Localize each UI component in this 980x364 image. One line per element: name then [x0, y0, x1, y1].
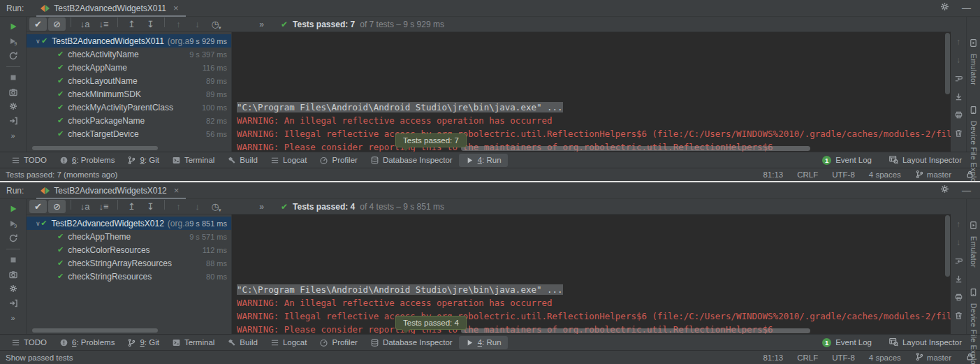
line-ending-widget[interactable]: CRLF — [797, 354, 818, 362]
toolbar-more-icon[interactable]: » — [253, 200, 270, 213]
test-settings-icon[interactable] — [6, 100, 21, 113]
rerun-failed-tests-icon[interactable]: 9 — [6, 35, 21, 48]
expand-all-icon[interactable]: ↥ — [123, 200, 140, 213]
encoding-widget[interactable]: UTF-8 — [832, 354, 855, 362]
toolbar-separator[interactable] — [71, 17, 71, 27]
run-config-tab[interactable]: TestB2AdvancedWidgetsX012 × — [36, 182, 186, 199]
rerun-tests-icon[interactable] — [6, 20, 21, 34]
console-vertical-scrollbar[interactable] — [945, 33, 950, 94]
test-case-row[interactable]: ✔ checkMyActivityParentClass 100 ms — [27, 101, 231, 114]
test-case-row[interactable]: ✔ checkPackageName 82 ms — [27, 114, 231, 127]
console-horizontal-scrollbar[interactable] — [461, 328, 810, 333]
settings-gear-icon[interactable] — [939, 184, 950, 197]
leftstrip-divider[interactable] — [6, 66, 20, 67]
show-passed-icon[interactable]: ✔ — [29, 17, 47, 31]
indent-widget[interactable]: 4 spaces — [869, 354, 901, 362]
close-tab-icon[interactable]: × — [173, 3, 179, 13]
event-log-button[interactable]: 1 Event Log — [822, 156, 872, 165]
toolwindow-logcat[interactable]: Logcat — [264, 154, 314, 167]
stripe-button-emulator[interactable]: Emulator — [969, 220, 978, 268]
toolwindow-todo[interactable]: TODO — [5, 154, 53, 167]
test-case-row[interactable]: ✔ checkColorResources 112 ms — [27, 243, 231, 256]
event-log-button[interactable]: 1 Event Log — [822, 338, 872, 347]
stop-icon[interactable] — [6, 254, 21, 267]
toolwindow-run[interactable]: 4: Run — [459, 336, 508, 349]
test-case-row[interactable]: ✔ checkLayoutName 89 ms — [27, 74, 231, 87]
import-test-results-icon[interactable] — [6, 297, 21, 310]
print-icon[interactable] — [953, 291, 964, 303]
toolbar-separator[interactable] — [164, 200, 165, 210]
run-console[interactable]: "C:\Program Files\Android\Android Studio… — [232, 214, 951, 334]
toolwindow-profiler[interactable]: Profiler — [313, 336, 363, 349]
toggle-auto-test-icon[interactable] — [6, 231, 21, 245]
toolwindow-problems[interactable]: 6: Problems — [53, 154, 121, 167]
encoding-widget[interactable]: UTF-8 — [832, 170, 855, 179]
next-occurrence-icon[interactable]: ↓ — [953, 54, 964, 66]
run-config-tab[interactable]: TestB2AdvancedWidgetsX011 × — [36, 0, 185, 17]
sort-alphabetically-icon[interactable]: ↓a — [76, 17, 94, 31]
leftstrip-more-icon[interactable]: » — [6, 311, 21, 324]
line-ending-widget[interactable]: CRLF — [797, 170, 818, 179]
toolwindow-run[interactable]: 4: Run — [459, 154, 508, 167]
toolwindow-database-inspector[interactable]: Database Inspector — [364, 336, 459, 349]
expand-all-icon[interactable]: ↥ — [123, 17, 140, 31]
console-vertical-scrollbar[interactable] — [945, 215, 950, 277]
toolwindow-build[interactable]: Build — [221, 154, 264, 167]
next-occurrence-icon[interactable]: ↓ — [953, 237, 964, 248]
hide-window-icon[interactable]: — — [962, 5, 971, 12]
dump-threads-icon[interactable] — [6, 85, 21, 99]
collapse-all-icon[interactable]: ↧ — [142, 17, 159, 31]
readonly-lock-icon[interactable] — [965, 170, 974, 180]
sort-by-duration-icon[interactable]: ↓≡ — [95, 17, 112, 31]
scroll-to-end-icon[interactable] — [953, 91, 964, 102]
collapse-all-icon[interactable]: ↧ — [142, 200, 159, 213]
layout-inspector-button[interactable]: Layout Inspector — [888, 154, 962, 166]
clear-console-icon[interactable] — [953, 127, 964, 138]
stop-icon[interactable] — [6, 71, 21, 85]
leftstrip-more-icon[interactable]: » — [6, 129, 21, 142]
run-console[interactable]: "C:\Program Files\Android\Android Studio… — [232, 32, 951, 152]
toolwindow-build[interactable]: Build — [221, 336, 264, 349]
test-case-row[interactable]: ✔ checkAppName 116 ms — [27, 61, 231, 74]
print-icon[interactable] — [953, 109, 964, 120]
next-failed-test-icon[interactable]: ↓ — [189, 17, 206, 31]
close-tab-icon[interactable]: × — [174, 185, 180, 196]
toolwindow-profiler[interactable]: Profiler — [313, 154, 363, 167]
scroll-to-end-icon[interactable] — [953, 273, 964, 284]
show-ignored-icon[interactable]: ⊘ — [48, 17, 66, 31]
hide-window-icon[interactable]: — — [962, 187, 971, 194]
git-branch-widget[interactable]: master — [915, 352, 951, 363]
caret-position-widget[interactable]: 81:13 — [763, 170, 783, 179]
soft-wrap-icon[interactable] — [953, 255, 964, 266]
dump-threads-icon[interactable] — [6, 268, 21, 281]
test-case-row[interactable]: ✔ checkStringArrayResources 88 ms — [27, 256, 231, 270]
test-history-icon[interactable]: ◷ — [207, 200, 225, 213]
toolbar-separator[interactable] — [117, 17, 118, 27]
chevron-down-icon[interactable]: ∨ — [36, 38, 41, 45]
tree-horizontal-scrollbar[interactable] — [32, 328, 158, 333]
show-ignored-icon[interactable]: ⊘ — [48, 200, 66, 213]
import-test-results-icon[interactable] — [6, 115, 21, 128]
toolwindow-problems[interactable]: 6: Problems — [53, 336, 121, 349]
toolbar-separator[interactable] — [71, 200, 71, 210]
next-failed-test-icon[interactable]: ↓ — [189, 200, 206, 213]
test-case-row[interactable]: ✔ checkActivityName 9 s 397 ms — [27, 48, 231, 61]
stripe-button-emulator[interactable]: Emulator — [969, 38, 978, 85]
leftstrip-divider[interactable] — [6, 249, 20, 249]
test-case-row[interactable]: ✔ checkAppTheme 9 s 571 ms — [27, 230, 231, 243]
clear-console-icon[interactable] — [953, 310, 964, 321]
test-case-row[interactable]: ✔ checkStringResources 80 ms — [27, 270, 231, 283]
toolbar-more-icon[interactable]: » — [253, 17, 270, 31]
sort-by-duration-icon[interactable]: ↓≡ — [95, 200, 112, 213]
toolwindow-todo[interactable]: TODO — [5, 336, 53, 349]
previous-failed-test-icon[interactable]: ↑ — [170, 200, 187, 213]
toolbar-separator[interactable] — [164, 17, 165, 27]
tree-horizontal-scrollbar[interactable] — [32, 146, 158, 150]
chevron-down-icon[interactable]: ∨ — [36, 220, 41, 227]
caret-position-widget[interactable]: 81:13 — [763, 354, 783, 362]
soft-wrap-icon[interactable] — [953, 73, 964, 84]
test-history-icon[interactable]: ◷ — [207, 17, 225, 31]
git-branch-widget[interactable]: master — [915, 170, 951, 180]
test-case-row[interactable]: ✔ checkMinimumSDK 89 ms — [27, 87, 231, 101]
toolwindow-terminal[interactable]: Terminal — [166, 336, 221, 349]
